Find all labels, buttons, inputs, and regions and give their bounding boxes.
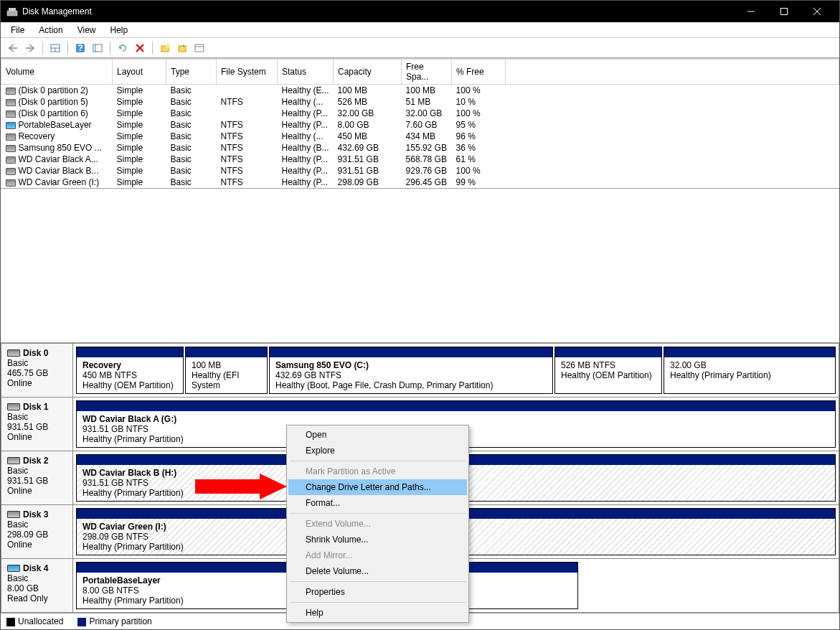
svg-rect-0 (7, 11, 17, 16)
menu-explore[interactable]: Explore (288, 443, 467, 459)
disk-icon (7, 349, 20, 357)
toolbar: ? (1, 38, 839, 58)
table-row[interactable]: Samsung 850 EVO ...SimpleBasicNTFSHealth… (1, 142, 839, 154)
menu-extend: Extend Volume... (288, 516, 467, 532)
table-row[interactable]: WD Caviar Black A...SimpleBasicNTFSHealt… (1, 154, 839, 165)
svg-rect-3 (781, 9, 788, 15)
menu-shrink[interactable]: Shrink Volume... (288, 532, 467, 547)
table-row[interactable]: WD Caviar Green (I:)SimpleBasicNTFSHealt… (1, 177, 839, 188)
menu-format[interactable]: Format... (288, 495, 467, 511)
menu-open[interactable]: Open (288, 427, 467, 443)
col-volume[interactable]: Volume (1, 60, 113, 85)
context-menu: Open Explore Mark Partition as Active Ch… (286, 425, 469, 623)
disk-icon (7, 457, 20, 464)
col-fs[interactable]: File System (217, 60, 278, 85)
menu-properties[interactable]: Properties (288, 584, 467, 600)
minimize-button[interactable] (735, 1, 768, 22)
menu-change-drive-letter[interactable]: Change Drive Letter and Paths... (288, 479, 467, 495)
partition[interactable]: 526 MB NTFSHealthy (OEM Partition) (555, 347, 662, 394)
refresh-button[interactable] (115, 40, 131, 56)
layout-button[interactable] (47, 40, 63, 56)
settings-button[interactable] (90, 40, 105, 56)
col-pct[interactable]: % Free (452, 60, 506, 85)
titlebar[interactable]: Disk Management (1, 1, 839, 22)
help-button[interactable]: ? (72, 40, 88, 56)
action-button[interactable] (174, 40, 190, 56)
volume-icon (6, 122, 16, 129)
volume-icon (6, 179, 16, 187)
menu-action[interactable]: Action (32, 24, 70, 37)
svg-rect-1 (9, 8, 16, 11)
menu-file[interactable]: File (4, 24, 32, 37)
table-row[interactable]: PortableBaseLayerSimpleBasicNTFSHealthy … (1, 119, 839, 131)
app-icon (6, 6, 18, 17)
disk-info[interactable]: Disk 1 Basic931.51 GBOnline (1, 398, 73, 451)
partition[interactable]: Samsung 850 EVO (C:)432.69 GB NTFSHealth… (269, 347, 553, 394)
menu-add-mirror: Add Mirror... (288, 547, 467, 563)
table-row[interactable]: RecoverySimpleBasicNTFSHealthy (...450 M… (1, 131, 839, 142)
partition[interactable]: 32.00 GBHealthy (Primary Partition) (664, 347, 836, 394)
volume-icon (6, 168, 16, 175)
window-title: Disk Management (22, 6, 735, 17)
disk-row-0: Disk 0 Basic 465.75 GB Online Recovery45… (1, 343, 839, 398)
forward-button[interactable] (22, 40, 38, 56)
menu-help[interactable]: Help (103, 24, 136, 37)
svg-rect-17 (179, 46, 186, 52)
volume-list: Volume Layout Type File System Status Ca… (1, 58, 839, 188)
menu-view[interactable]: View (70, 24, 103, 37)
col-status[interactable]: Status (278, 60, 334, 85)
col-capacity[interactable]: Capacity (334, 60, 402, 85)
properties-button[interactable] (192, 40, 207, 56)
swatch-unallocated (6, 618, 15, 626)
disk-info[interactable]: Disk 4 Basic8.00 GBRead Only (1, 559, 73, 612)
swatch-primary (77, 618, 86, 626)
svg-text:?: ? (77, 43, 82, 53)
svg-rect-18 (195, 44, 204, 52)
disk-icon (7, 565, 20, 572)
volume-icon (6, 99, 16, 106)
col-free[interactable]: Free Spa... (402, 60, 452, 85)
volume-icon (6, 88, 16, 95)
disk-info[interactable]: Disk 2 Basic931.51 GBOnline (1, 451, 73, 504)
menu-help[interactable]: Help (288, 605, 467, 621)
table-row[interactable]: (Disk 0 partition 2)SimpleBasicHealthy (… (1, 85, 839, 97)
disk-info[interactable]: Disk 0 Basic 465.75 GB Online (1, 344, 73, 397)
disk-info[interactable]: Disk 3 Basic298.09 GBOnline (1, 505, 73, 558)
new-volume-button[interactable] (157, 40, 173, 56)
volume-icon (6, 111, 16, 118)
svg-rect-11 (93, 44, 102, 52)
table-row[interactable]: WD Caviar Black B...SimpleBasicNTFSHealt… (1, 165, 839, 177)
disk-icon (7, 511, 20, 518)
volume-icon (6, 145, 16, 152)
volume-icon (6, 133, 16, 141)
delete-button[interactable] (132, 40, 148, 56)
svg-point-16 (166, 44, 170, 48)
partition[interactable]: Recovery450 MB NTFSHealthy (OEM Partitio… (76, 347, 184, 394)
table-row[interactable]: (Disk 0 partition 6)SimpleBasicHealthy (… (1, 108, 839, 119)
disk-icon (7, 403, 20, 410)
close-button[interactable] (801, 1, 834, 22)
annotation-arrow (195, 474, 288, 499)
svg-marker-20 (195, 474, 287, 499)
back-button[interactable] (5, 40, 21, 56)
table-row[interactable]: (Disk 0 partition 5)SimpleBasicNTFSHealt… (1, 96, 839, 108)
volume-icon (6, 156, 16, 164)
col-type[interactable]: Type (166, 60, 217, 85)
maximize-button[interactable] (768, 1, 801, 22)
col-layout[interactable]: Layout (113, 60, 166, 85)
menu-mark-active: Mark Partition as Active (288, 464, 467, 479)
partition[interactable]: 100 MBHealthy (EFI System (185, 347, 268, 394)
menubar: File Action View Help (1, 22, 839, 38)
menu-delete-volume[interactable]: Delete Volume... (288, 563, 467, 579)
